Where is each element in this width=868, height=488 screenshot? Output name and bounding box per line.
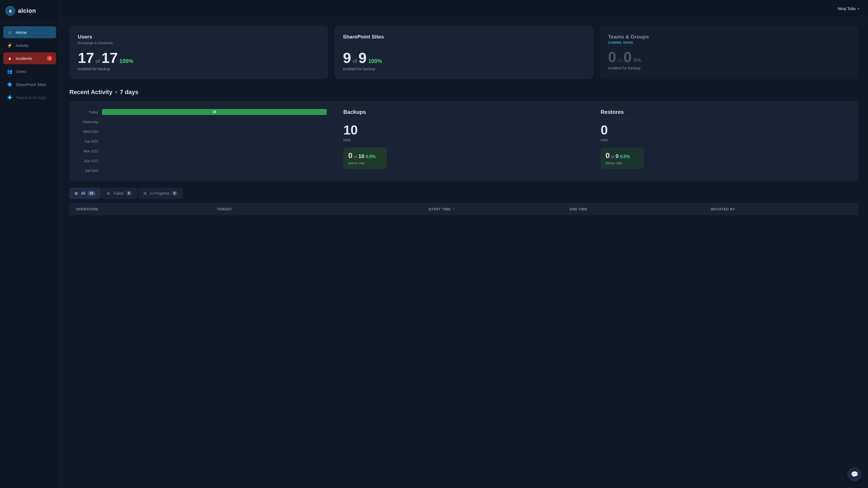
col-header-end-time: END TIME <box>569 207 711 211</box>
col-header-start-time-label: START TIME <box>429 207 451 211</box>
sharepoint-label: enabled for backup <box>343 67 585 71</box>
filter-label-failed: Failed <box>113 191 124 195</box>
sidebar-label-activity: Activity <box>16 43 29 48</box>
filter-tabs: ⊞ All 10 ⊞ Failed 0 ⊞ In Progress 0 <box>69 188 858 199</box>
restores-rate-num: 0 <box>606 151 610 160</box>
chart-row-wed: Wed 5/24 <box>78 129 327 134</box>
restores-section: Restores 0 total 0 of 0 0.0% failure rat… <box>592 109 850 173</box>
users-total: 17 <box>101 51 118 65</box>
chart-bar-yesterday <box>102 119 327 125</box>
chevron-down-icon: ▾ <box>858 7 859 10</box>
page-content: Users Exchange & OneDrive 17 of 17 100% … <box>60 18 868 488</box>
chart-bar-mon <box>102 148 327 154</box>
restores-total-label: total <box>600 138 850 142</box>
chart-bar-sat <box>102 167 327 173</box>
restores-rate-of: of <box>611 155 614 159</box>
chat-button[interactable]: 💬 <box>847 467 862 482</box>
sharepoint-card-title: SharePoint Sites <box>343 34 585 40</box>
teams-of: of <box>618 58 622 63</box>
sidebar-label-teams: Teams & Groups <box>16 95 46 100</box>
restores-rate-numbers: 0 of 0 0.0% <box>606 151 639 160</box>
teams-total: 0 <box>624 50 632 64</box>
backups-title: Backups <box>343 109 584 119</box>
sidebar-label-home: Home <box>16 30 27 35</box>
filter-icon-all: ⊞ <box>74 191 79 195</box>
chart-bar-wed <box>102 129 327 134</box>
coming-soon-badge: COMING SOON <box>608 41 850 44</box>
stat-card-teams[interactable]: Teams & Groups COMING SOON 0 of 0 0% ena… <box>600 26 858 79</box>
users-card-subtitle: Exchange & OneDrive <box>78 41 319 45</box>
sidebar-item-activity[interactable]: ⚡ Activity <box>3 39 56 51</box>
sidebar-item-home[interactable]: ⌂ Home <box>3 26 56 38</box>
chart-row-today: Today 10 <box>78 109 327 115</box>
main-content: Niraj Tolia ▾ Users Exchange & OneDrive … <box>60 0 868 488</box>
col-header-end-time-label: END TIME <box>569 207 588 211</box>
col-header-initiated-by: INITIATED BY <box>711 207 852 211</box>
section-title-dot: • <box>115 89 117 96</box>
backups-rate-of: of <box>354 155 357 159</box>
recent-activity-title: Recent Activity • 7 days <box>69 89 858 96</box>
restores-total: 0 <box>600 124 850 137</box>
topbar: Niraj Tolia ▾ <box>60 0 868 18</box>
chart-bar-fill-today: 10 <box>102 109 327 115</box>
filter-label-in-progress: In Progress <box>150 191 169 195</box>
chart-label-wed: Wed 5/24 <box>78 130 98 134</box>
logo: a alcion <box>0 0 59 22</box>
backups-rate-num: 0 <box>348 151 352 160</box>
backups-section: Backups 10 total 0 of 10 0.0% failure ra… <box>335 109 593 173</box>
chart-label-mon: Mon 5/22 <box>78 149 98 153</box>
col-header-operation: OPERATION <box>76 207 217 211</box>
backups-rate-label: failure rate <box>348 161 382 165</box>
sidebar-label-users: Users <box>16 69 26 74</box>
sidebar-item-teams[interactable]: 💠 Teams & Groups <box>3 91 56 103</box>
sidebar: a alcion ⌂ Home ⚡ Activity ▲ Incidents 1… <box>0 0 60 488</box>
chart-bar-sun <box>102 158 327 164</box>
incidents-icon: ▲ <box>7 56 12 61</box>
users-label: enabled for backup <box>78 67 319 71</box>
sharepoint-stat-numbers: 9 of 9 100% <box>343 51 585 65</box>
chart-row-sun: Sun 5/21 <box>78 158 327 164</box>
stat-card-users[interactable]: Users Exchange & OneDrive 17 of 17 100% … <box>69 26 328 79</box>
filter-badge-failed: 0 <box>126 191 132 196</box>
user-name: Niraj Tolia <box>838 6 856 11</box>
sidebar-label-sharepoint: SharePoint Sites <box>16 82 46 87</box>
sidebar-item-sharepoint[interactable]: 🔷 SharePoint Sites <box>3 78 56 90</box>
activity-panel: Today 10 Yesterday Wed 5/24 Tue <box>69 101 858 182</box>
chart-bar-today: 10 <box>102 109 327 115</box>
backups-rate-pct: 0.0% <box>366 154 375 159</box>
alcion-logo-icon: a <box>5 6 15 16</box>
backups-rate-numbers: 0 of 10 0.0% <box>348 151 382 160</box>
activity-chart: Today 10 Yesterday Wed 5/24 Tue <box>78 109 335 173</box>
teams-card-title: Teams & Groups <box>608 34 850 40</box>
filter-label-all: All <box>81 191 86 195</box>
filter-tab-failed[interactable]: ⊞ Failed 0 <box>102 188 137 199</box>
chart-label-sat: Sat 5/20 <box>78 169 98 173</box>
sharepoint-icon: 🔷 <box>7 82 12 87</box>
svg-text:a: a <box>9 8 12 13</box>
chart-bar-tue <box>102 138 327 144</box>
col-header-operation-label: OPERATION <box>76 207 98 211</box>
home-icon: ⌂ <box>7 30 12 35</box>
activity-grid: Today 10 Yesterday Wed 5/24 Tue <box>78 109 850 173</box>
table-header: OPERATION TARGET START TIME ▼ END TIME I… <box>69 203 858 215</box>
incidents-badge: 1 <box>47 56 52 61</box>
sidebar-item-incidents[interactable]: ▲ Incidents 1 <box>3 52 56 64</box>
user-menu[interactable]: Niraj Tolia ▾ <box>838 6 859 11</box>
filter-icon-failed: ⊞ <box>107 191 111 195</box>
filter-tab-all[interactable]: ⊞ All 10 <box>69 188 101 199</box>
chart-label-yesterday: Yesterday <box>78 120 98 124</box>
backups-rate-total: 10 <box>358 153 364 159</box>
users-card-title: Users <box>78 34 319 40</box>
teams-count: 0 <box>608 50 616 64</box>
stat-card-sharepoint[interactable]: SharePoint Sites 9 of 9 100% enabled for… <box>335 26 593 79</box>
filter-tab-in-progress[interactable]: ⊞ In Progress 0 <box>138 188 183 199</box>
sidebar-item-users[interactable]: 👥 Users <box>3 65 56 77</box>
teams-stat-numbers: 0 of 0 0% <box>608 50 850 64</box>
restores-rate-pct: 0.0% <box>620 154 630 159</box>
chart-row-tue: Tue 5/23 <box>78 138 327 144</box>
chart-row-yesterday: Yesterday <box>78 119 327 125</box>
col-header-start-time[interactable]: START TIME ▼ <box>429 207 569 211</box>
sharepoint-card-subtitle <box>343 41 585 45</box>
sidebar-label-incidents: Incidents <box>16 56 32 61</box>
chart-label-sun: Sun 5/21 <box>78 159 98 163</box>
